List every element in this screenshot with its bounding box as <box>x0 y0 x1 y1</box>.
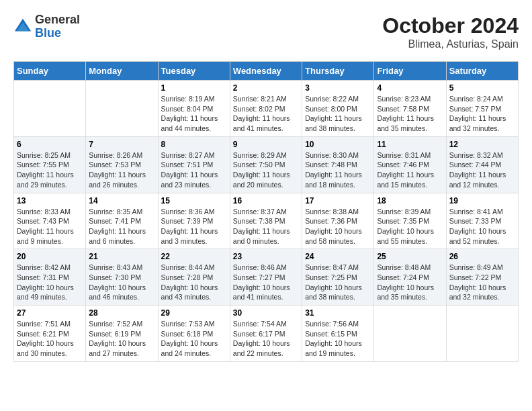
col-header-wednesday: Wednesday <box>230 62 302 81</box>
day-cell: 25Sunrise: 8:48 AMSunset: 7:24 PMDayligh… <box>374 249 446 306</box>
day-number: 3 <box>305 83 371 93</box>
calendar-title: October 2024 <box>382 13 519 38</box>
day-cell: 18Sunrise: 8:39 AMSunset: 7:35 PMDayligh… <box>374 193 446 249</box>
day-cell: 24Sunrise: 8:47 AMSunset: 7:25 PMDayligh… <box>302 249 374 306</box>
day-info: Sunrise: 8:37 AMSunset: 7:38 PMDaylight:… <box>233 207 299 246</box>
day-info: Sunrise: 8:44 AMSunset: 7:28 PMDaylight:… <box>161 263 227 302</box>
day-number: 26 <box>449 252 515 261</box>
day-cell: 6Sunrise: 8:25 AMSunset: 7:55 PMDaylight… <box>14 136 86 193</box>
day-cell: 22Sunrise: 8:44 AMSunset: 7:28 PMDayligh… <box>158 249 230 306</box>
day-info: Sunrise: 8:46 AMSunset: 7:27 PMDaylight:… <box>233 263 299 302</box>
calendar-table: SundayMondayTuesdayWednesdayThursdayFrid… <box>13 61 519 362</box>
day-cell: 8Sunrise: 8:27 AMSunset: 7:51 PMDaylight… <box>158 136 230 193</box>
day-info: Sunrise: 8:24 AMSunset: 7:57 PMDaylight:… <box>449 94 515 134</box>
day-number: 30 <box>233 308 299 318</box>
day-cell: 30Sunrise: 7:54 AMSunset: 6:17 PMDayligh… <box>230 306 302 362</box>
day-number: 17 <box>305 196 371 205</box>
day-cell: 7Sunrise: 8:26 AMSunset: 7:53 PMDaylight… <box>86 136 158 193</box>
day-cell <box>14 81 86 137</box>
day-cell: 12Sunrise: 8:32 AMSunset: 7:44 PMDayligh… <box>446 136 518 193</box>
day-number: 31 <box>305 308 371 318</box>
col-header-tuesday: Tuesday <box>158 62 230 81</box>
calendar-subtitle: Blimea, Asturias, Spain <box>382 38 519 50</box>
day-number: 16 <box>233 196 299 205</box>
day-number: 15 <box>161 196 227 205</box>
week-row-1: 1Sunrise: 8:19 AMSunset: 8:04 PMDaylight… <box>14 81 519 137</box>
day-info: Sunrise: 8:29 AMSunset: 7:50 PMDaylight:… <box>233 150 299 190</box>
header-row: SundayMondayTuesdayWednesdayThursdayFrid… <box>14 62 519 81</box>
day-info: Sunrise: 8:23 AMSunset: 7:58 PMDaylight:… <box>377 94 443 134</box>
day-info: Sunrise: 7:56 AMSunset: 6:15 PMDaylight:… <box>305 319 371 359</box>
day-cell: 11Sunrise: 8:31 AMSunset: 7:46 PMDayligh… <box>374 136 446 193</box>
day-cell: 9Sunrise: 8:29 AMSunset: 7:50 PMDaylight… <box>230 136 302 193</box>
day-number: 5 <box>449 83 515 93</box>
day-cell: 31Sunrise: 7:56 AMSunset: 6:15 PMDayligh… <box>302 306 374 362</box>
day-info: Sunrise: 7:54 AMSunset: 6:17 PMDaylight:… <box>233 319 299 359</box>
day-number: 7 <box>89 140 154 149</box>
day-info: Sunrise: 8:41 AMSunset: 7:33 PMDaylight:… <box>449 207 515 246</box>
day-number: 19 <box>449 196 515 205</box>
day-number: 23 <box>233 252 299 261</box>
col-header-thursday: Thursday <box>302 62 374 81</box>
day-cell: 28Sunrise: 7:52 AMSunset: 6:19 PMDayligh… <box>86 306 158 362</box>
col-header-saturday: Saturday <box>446 62 518 81</box>
day-cell: 26Sunrise: 8:49 AMSunset: 7:22 PMDayligh… <box>446 249 518 306</box>
day-cell: 2Sunrise: 8:21 AMSunset: 8:02 PMDaylight… <box>230 81 302 137</box>
day-cell: 15Sunrise: 8:36 AMSunset: 7:39 PMDayligh… <box>158 193 230 249</box>
day-number: 13 <box>17 196 83 205</box>
day-number: 22 <box>161 252 227 261</box>
page-header: General Blue October 2024 Blimea, Asturi… <box>13 13 519 50</box>
day-cell: 13Sunrise: 8:33 AMSunset: 7:43 PMDayligh… <box>14 193 86 249</box>
day-info: Sunrise: 8:21 AMSunset: 8:02 PMDaylight:… <box>233 94 299 134</box>
week-row-3: 13Sunrise: 8:33 AMSunset: 7:43 PMDayligh… <box>14 193 519 249</box>
day-info: Sunrise: 8:38 AMSunset: 7:36 PMDaylight:… <box>305 207 371 246</box>
day-number: 28 <box>89 308 154 318</box>
day-info: Sunrise: 7:51 AMSunset: 6:21 PMDaylight:… <box>17 319 83 359</box>
day-info: Sunrise: 8:47 AMSunset: 7:25 PMDaylight:… <box>305 263 371 302</box>
title-block: October 2024 Blimea, Asturias, Spain <box>382 13 519 50</box>
day-cell: 5Sunrise: 8:24 AMSunset: 7:57 PMDaylight… <box>446 81 518 137</box>
day-number: 24 <box>305 252 371 261</box>
day-cell: 20Sunrise: 8:42 AMSunset: 7:31 PMDayligh… <box>14 249 86 306</box>
week-row-4: 20Sunrise: 8:42 AMSunset: 7:31 PMDayligh… <box>14 249 519 306</box>
day-info: Sunrise: 8:25 AMSunset: 7:55 PMDaylight:… <box>17 150 83 190</box>
day-info: Sunrise: 8:39 AMSunset: 7:35 PMDaylight:… <box>377 207 443 246</box>
logo: General Blue <box>13 13 80 40</box>
day-info: Sunrise: 8:22 AMSunset: 8:00 PMDaylight:… <box>305 94 371 134</box>
day-info: Sunrise: 8:27 AMSunset: 7:51 PMDaylight:… <box>161 150 227 190</box>
day-cell: 19Sunrise: 8:41 AMSunset: 7:33 PMDayligh… <box>446 193 518 249</box>
day-number: 25 <box>377 252 443 261</box>
day-info: Sunrise: 8:49 AMSunset: 7:22 PMDaylight:… <box>449 263 515 302</box>
day-cell <box>446 306 518 362</box>
day-cell: 3Sunrise: 8:22 AMSunset: 8:00 PMDaylight… <box>302 81 374 137</box>
day-info: Sunrise: 8:30 AMSunset: 7:48 PMDaylight:… <box>305 150 371 190</box>
day-number: 6 <box>17 140 83 149</box>
col-header-monday: Monday <box>86 62 158 81</box>
day-info: Sunrise: 8:31 AMSunset: 7:46 PMDaylight:… <box>377 150 443 190</box>
day-cell: 17Sunrise: 8:38 AMSunset: 7:36 PMDayligh… <box>302 193 374 249</box>
day-cell: 23Sunrise: 8:46 AMSunset: 7:27 PMDayligh… <box>230 249 302 306</box>
week-row-2: 6Sunrise: 8:25 AMSunset: 7:55 PMDaylight… <box>14 136 519 193</box>
day-info: Sunrise: 7:53 AMSunset: 6:18 PMDaylight:… <box>161 319 227 359</box>
day-cell: 14Sunrise: 8:35 AMSunset: 7:41 PMDayligh… <box>86 193 158 249</box>
logo-general-text: General <box>35 13 80 26</box>
day-number: 18 <box>377 196 443 205</box>
day-info: Sunrise: 8:19 AMSunset: 8:04 PMDaylight:… <box>161 94 227 134</box>
day-cell: 4Sunrise: 8:23 AMSunset: 7:58 PMDaylight… <box>374 81 446 137</box>
day-info: Sunrise: 8:26 AMSunset: 7:53 PMDaylight:… <box>89 150 154 190</box>
day-number: 21 <box>89 252 154 261</box>
day-info: Sunrise: 7:52 AMSunset: 6:19 PMDaylight:… <box>89 319 154 359</box>
day-number: 11 <box>377 140 443 149</box>
day-cell: 1Sunrise: 8:19 AMSunset: 8:04 PMDaylight… <box>158 81 230 137</box>
day-number: 9 <box>233 140 299 149</box>
day-number: 10 <box>305 140 371 149</box>
day-info: Sunrise: 8:33 AMSunset: 7:43 PMDaylight:… <box>17 207 83 246</box>
day-cell: 27Sunrise: 7:51 AMSunset: 6:21 PMDayligh… <box>14 306 86 362</box>
day-number: 29 <box>161 308 227 318</box>
day-number: 1 <box>161 83 227 93</box>
day-number: 20 <box>17 252 83 261</box>
day-info: Sunrise: 8:42 AMSunset: 7:31 PMDaylight:… <box>17 263 83 302</box>
day-info: Sunrise: 8:32 AMSunset: 7:44 PMDaylight:… <box>449 150 515 190</box>
day-number: 4 <box>377 83 443 93</box>
day-number: 27 <box>17 308 83 318</box>
